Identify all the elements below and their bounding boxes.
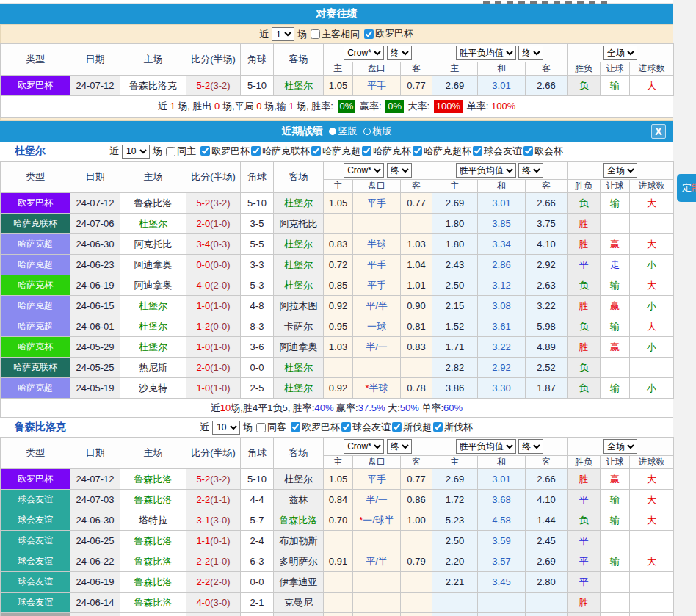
league-filter-option[interactable]: 欧会杯 — [523, 145, 563, 158]
avg-away-cell: 8.24 — [526, 613, 568, 616]
league-checkbox[interactable] — [364, 29, 374, 39]
customize-tab[interactable]: 定制 — [677, 174, 696, 202]
corner-cell: 4-4 — [241, 490, 274, 510]
close-icon[interactable]: X — [651, 124, 666, 139]
avg-home-cell: 2.43 — [432, 255, 478, 275]
handicap-cell — [353, 214, 401, 234]
league-checkbox[interactable] — [362, 146, 371, 156]
bookmaker-select[interactable]: Crow* — [344, 46, 384, 60]
league-filter-option[interactable]: 欧罗巴杯 — [364, 27, 413, 40]
col-avg-away: 客 — [526, 62, 568, 76]
customize-tab-label-2: 制 — [692, 181, 696, 195]
league-cell: 哈萨克超 — [1, 316, 70, 337]
league-filter-option[interactable]: 欧罗巴杯 — [200, 145, 250, 158]
date-cell: 24-06-30 — [70, 234, 120, 255]
avg-away-cell: 2.66 — [526, 76, 568, 96]
odds-time-select[interactable]: 终 — [387, 163, 412, 178]
league-checkbox[interactable] — [473, 146, 482, 156]
du-table-body: 欧罗巴杯24-07-12鲁森比洛5-2(3-2)5-10杜堡尔1.05平手0.7… — [1, 193, 674, 399]
same-venue-checkbox[interactable] — [311, 29, 320, 39]
home-odds-cell: 0.83 — [324, 234, 353, 255]
league-filter-option[interactable]: 哈萨克超 — [311, 145, 360, 158]
corner-cell: 5-10 — [241, 76, 274, 96]
league-checkbox[interactable] — [523, 146, 533, 156]
same-away-option[interactable]: 同客 — [256, 421, 286, 434]
result-cell: 负 — [568, 193, 601, 214]
league-checkbox[interactable] — [341, 422, 351, 432]
du-filter-bar: 杜堡尔 近 10 场 同主 欧罗巴杯哈萨克联杯哈萨克超哈萨克杯哈萨克超杯球会友谊… — [0, 142, 673, 161]
avg-select[interactable]: 胜平负均值 — [456, 163, 516, 178]
avg-time-select[interactable]: 终 — [518, 439, 543, 454]
avg-time-select[interactable]: 终 — [518, 46, 543, 60]
vertical-radio-label[interactable]: 竖版 — [338, 125, 358, 138]
same-away-checkbox[interactable] — [256, 423, 266, 432]
avg-time-select[interactable]: 终 — [518, 163, 543, 178]
league-checkbox[interactable] — [291, 422, 300, 432]
league-filter-option[interactable]: 斯伐杯 — [433, 421, 473, 434]
col-corner: 角球 — [241, 438, 274, 469]
summary-segment: 100% — [491, 101, 515, 112]
result-cell: 平 — [568, 551, 601, 572]
league-cell: 欧罗巴杯 — [1, 76, 70, 96]
match-row: 哈萨克杯24-05-29杜堡尔1-0(1-0)3-6阿迪拿奥1.03半/一0.8… — [1, 337, 674, 358]
bookmaker-select[interactable]: Crow* — [344, 439, 384, 454]
league-checkbox-label: 斯伐杯 — [444, 421, 473, 434]
same-home-checkbox[interactable] — [166, 147, 175, 156]
league-filter-option[interactable]: 哈萨克杯 — [362, 145, 411, 158]
du-team-name: 杜堡尔 — [15, 145, 46, 158]
goals-result-cell: 大 — [630, 234, 674, 255]
col-odds-away: 客 — [401, 456, 432, 469]
col-score: 比分(半场) — [186, 44, 241, 76]
match-count-select[interactable]: 10 — [212, 421, 240, 435]
handicap-result-cell — [601, 593, 630, 613]
date-cell: 24-05-25 — [70, 358, 120, 378]
horizontal-radio-icon[interactable] — [363, 128, 371, 135]
away-team-cell: 杜堡尔 — [274, 255, 324, 275]
corner-cell: 5-10 — [241, 469, 274, 490]
scope-select[interactable]: 全场 — [603, 46, 637, 60]
odds-time-select[interactable]: 终 — [387, 46, 412, 60]
horizontal-radio-label[interactable]: 横版 — [373, 125, 392, 138]
league-checkbox[interactable] — [251, 146, 261, 156]
match-row: 球会友谊24-06-14鲁森比洛4-0(3-0)2-1克曼尼胜 — [1, 593, 674, 613]
avg-home-cell: 1.71 — [432, 337, 478, 358]
league-checkbox[interactable] — [413, 146, 422, 156]
odds-time-select[interactable]: 终 — [387, 439, 412, 454]
scope-select[interactable]: 全场 — [603, 439, 637, 454]
same-venue-option[interactable]: 主客相同 — [311, 28, 360, 41]
avg-home-cell: 1.80 — [432, 234, 478, 255]
home-odds-cell: 0.85 — [324, 275, 353, 296]
same-home-option[interactable]: 同主 — [166, 145, 196, 158]
avg-home-cell: 2.21 — [432, 572, 478, 593]
league-filter-option[interactable]: 哈萨克联杯 — [251, 145, 310, 158]
match-count-select[interactable]: 1 — [272, 27, 294, 41]
bookmaker-select[interactable]: Crow* — [344, 163, 384, 178]
away-odds-cell: 0.81 — [401, 316, 432, 337]
handicap-result-cell: 输 — [601, 551, 630, 572]
league-filter-option[interactable]: 斯伐超 — [392, 421, 432, 434]
scope-select[interactable]: 全场 — [603, 163, 637, 178]
away-odds-cell: 1.03 — [401, 234, 432, 255]
league-cell: 哈萨克杯 — [1, 337, 70, 358]
league-checkbox[interactable] — [433, 422, 443, 432]
away-odds-cell — [401, 572, 432, 593]
handicap-cell — [353, 593, 401, 613]
league-checkbox[interactable] — [392, 422, 402, 432]
result-cell: 平 — [568, 255, 601, 275]
league-filter-option[interactable]: 球会友谊 — [473, 145, 522, 158]
league-filter-option[interactable]: 哈萨克超杯 — [413, 145, 471, 158]
league-cell: 哈萨克超 — [1, 296, 70, 316]
col-odds-home: 主 — [324, 62, 353, 76]
result-cell: 平 — [568, 490, 601, 510]
avg-select[interactable]: 胜平负均值 — [456, 46, 516, 60]
league-checkbox[interactable] — [311, 146, 321, 156]
avg-select[interactable]: 胜平负均值 — [456, 439, 516, 454]
league-filter-option[interactable]: 球会友谊 — [341, 421, 391, 434]
match-count-select[interactable]: 10 — [122, 145, 150, 159]
avg-away-cell: 4.10 — [526, 234, 568, 255]
vertical-radio-icon[interactable] — [329, 128, 336, 135]
league-filter-option[interactable]: 欧罗巴杯 — [291, 421, 340, 434]
home-team-cell: 杜堡尔 — [120, 337, 186, 358]
goals-result-cell — [630, 358, 674, 378]
league-checkbox[interactable] — [200, 146, 210, 156]
